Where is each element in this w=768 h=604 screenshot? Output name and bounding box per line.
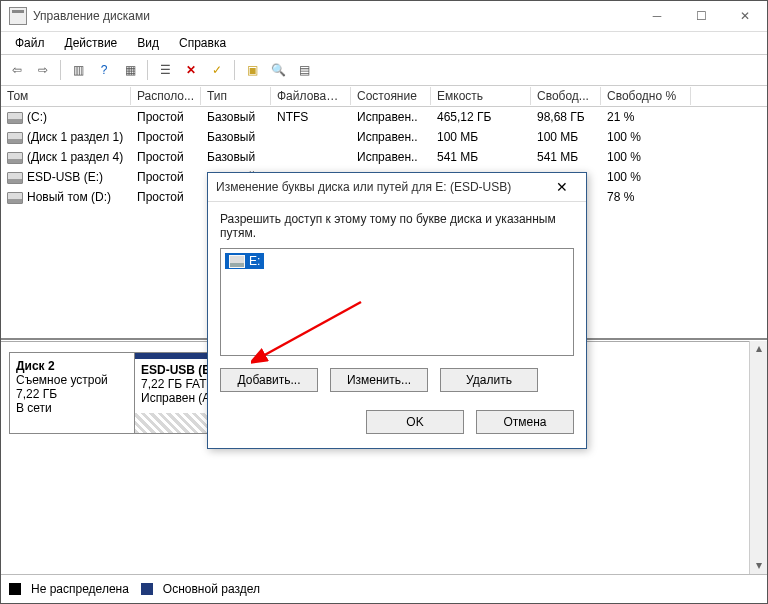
legend: Не распределена Основной раздел — [1, 574, 767, 603]
volume-row[interactable]: (Диск 1 раздел 4)ПростойБазовыйИсправен.… — [1, 147, 767, 167]
disk-state: В сети — [16, 401, 128, 415]
volume-icon — [7, 172, 23, 184]
cell-layout: Простой — [131, 169, 201, 185]
cell-name: (Диск 1 раздел 4) — [1, 149, 131, 165]
path-entry-label: E: — [249, 254, 260, 268]
add-button[interactable]: Добавить... — [220, 368, 318, 392]
col-layout[interactable]: Располо... — [131, 87, 201, 105]
legend-unallocated: Не распределена — [31, 582, 129, 596]
col-type[interactable]: Тип — [201, 87, 271, 105]
volume-row[interactable]: (Диск 1 раздел 1)ПростойБазовыйИсправен.… — [1, 127, 767, 147]
volume-icon — [7, 152, 23, 164]
menu-view[interactable]: Вид — [129, 34, 167, 52]
minimize-button[interactable]: ─ — [635, 1, 679, 31]
forward-icon[interactable]: ⇨ — [31, 58, 55, 82]
disk-management-window: Управление дисками ─ ☐ ✕ Файл Действие В… — [0, 0, 768, 604]
disk-header: Диск 2 Съемное устрой 7,22 ГБ В сети — [9, 352, 135, 434]
search-icon[interactable]: 🔍 — [266, 58, 290, 82]
list-icon[interactable]: ☰ — [153, 58, 177, 82]
help-icon[interactable]: ? — [92, 58, 116, 82]
cell-type: Базовый — [201, 109, 271, 125]
cell-layout: Простой — [131, 109, 201, 125]
drive-icon — [229, 255, 245, 268]
dialog-close-button[interactable]: ✕ — [546, 179, 578, 195]
cell-name: ESD-USB (E:) — [1, 169, 131, 185]
toolbar: ⇦ ⇨ ▥ ? ▦ ☰ ✕ ✓ ▣ 🔍 ▤ — [1, 54, 767, 86]
col-volume[interactable]: Том — [1, 87, 131, 105]
cell-fs: NTFS — [271, 109, 351, 125]
cell-name: (C:) — [1, 109, 131, 125]
menu-action[interactable]: Действие — [57, 34, 126, 52]
volume-icon — [7, 132, 23, 144]
col-fs[interactable]: Файловая с... — [271, 87, 351, 105]
menu-help[interactable]: Справка — [171, 34, 234, 52]
app-icon — [9, 7, 27, 25]
cell-fs — [271, 156, 351, 158]
paths-listbox[interactable]: E: — [220, 248, 574, 356]
scrollbar[interactable]: ▴ ▾ — [749, 341, 767, 575]
ok-button[interactable]: OK — [366, 410, 464, 434]
dialog-title: Изменение буквы диска или путей для E: (… — [216, 180, 546, 194]
cell-pct: 78 % — [601, 189, 691, 205]
cell-name: (Диск 1 раздел 1) — [1, 129, 131, 145]
volume-icon — [7, 192, 23, 204]
cell-free: 100 МБ — [531, 129, 601, 145]
cell-status: Исправен.. — [351, 129, 431, 145]
cell-pct: 21 % — [601, 109, 691, 125]
cell-status: Исправен.. — [351, 109, 431, 125]
cell-cap: 465,12 ГБ — [431, 109, 531, 125]
cell-free: 541 МБ — [531, 149, 601, 165]
panel-icon[interactable]: ▥ — [66, 58, 90, 82]
cell-layout: Простой — [131, 129, 201, 145]
window-title: Управление дисками — [33, 9, 635, 23]
swatch-unallocated — [9, 583, 21, 595]
cell-layout: Простой — [131, 149, 201, 165]
column-headers: Том Располо... Тип Файловая с... Состоян… — [1, 86, 767, 107]
cell-type: Базовый — [201, 149, 271, 165]
cancel-button[interactable]: Отмена — [476, 410, 574, 434]
col-freepct[interactable]: Свободно % — [601, 87, 691, 105]
cell-pct: 100 % — [601, 129, 691, 145]
col-capacity[interactable]: Емкость — [431, 87, 531, 105]
table-icon[interactable]: ▤ — [292, 58, 316, 82]
maximize-button[interactable]: ☐ — [679, 1, 723, 31]
cell-status: Исправен.. — [351, 149, 431, 165]
cell-pct: 100 % — [601, 149, 691, 165]
volume-row[interactable]: (C:)ПростойБазовыйNTFSИсправен..465,12 Г… — [1, 107, 767, 127]
cell-fs — [271, 136, 351, 138]
titlebar: Управление дисками ─ ☐ ✕ — [1, 1, 767, 32]
close-button[interactable]: ✕ — [723, 1, 767, 31]
cell-cap: 100 МБ — [431, 129, 531, 145]
dialog-hint: Разрешить доступ к этому тому по букве д… — [220, 212, 574, 240]
disk-type: Съемное устрой — [16, 373, 128, 387]
cell-cap: 541 МБ — [431, 149, 531, 165]
menu-file[interactable]: Файл — [7, 34, 53, 52]
cell-name: Новый том (D:) — [1, 189, 131, 205]
change-button[interactable]: Изменить... — [330, 368, 428, 392]
cell-free: 98,68 ГБ — [531, 109, 601, 125]
swatch-primary — [141, 583, 153, 595]
grid-icon[interactable]: ▦ — [118, 58, 142, 82]
cell-type: Базовый — [201, 129, 271, 145]
cell-pct: 100 % — [601, 169, 691, 185]
back-icon[interactable]: ⇦ — [5, 58, 29, 82]
menu-bar: Файл Действие Вид Справка — [1, 32, 767, 54]
change-letter-dialog: Изменение буквы диска или путей для E: (… — [207, 172, 587, 449]
disk-label: Диск 2 — [16, 359, 128, 373]
cell-layout: Простой — [131, 189, 201, 205]
legend-primary: Основной раздел — [163, 582, 260, 596]
col-free[interactable]: Свобод... — [531, 87, 601, 105]
volume-icon — [7, 112, 23, 124]
path-entry-selected[interactable]: E: — [225, 253, 264, 269]
col-status[interactable]: Состояние — [351, 87, 431, 105]
check-icon[interactable]: ✓ — [205, 58, 229, 82]
delete-icon[interactable]: ✕ — [179, 58, 203, 82]
folder-add-icon[interactable]: ▣ — [240, 58, 264, 82]
remove-button[interactable]: Удалить — [440, 368, 538, 392]
disk-size: 7,22 ГБ — [16, 387, 128, 401]
